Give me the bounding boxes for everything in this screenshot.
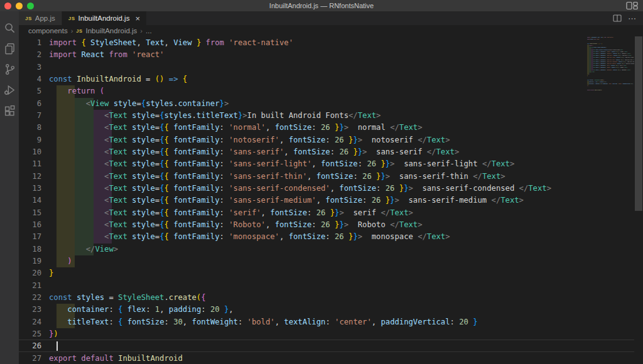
line-number[interactable]: 6 [19, 98, 49, 110]
chevron-right-icon: › [140, 27, 143, 35]
line-number[interactable]: 8 [19, 122, 49, 134]
line-number[interactable]: 11 [19, 158, 49, 170]
code-line[interactable]: 21 [19, 280, 643, 292]
line-number[interactable]: 5 [19, 85, 49, 97]
code-line[interactable]: 15 <Text style={{ fontFamily: 'serif', f… [19, 207, 643, 219]
code-line[interactable]: 3 [19, 62, 643, 73]
js-file-icon: JS [68, 16, 75, 21]
minimap[interactable]: import { StyleSheet, Text, View } from '… [587, 36, 634, 118]
line-number[interactable]: 18 [19, 244, 49, 255]
code-line[interactable]: 23 container: { flex: 1, padding: 20 }, [19, 304, 643, 316]
line-number[interactable]: 7 [19, 110, 49, 122]
line-number[interactable]: 4 [19, 73, 49, 85]
code-line[interactable]: 4const InbuiltAndroid = () => { [19, 73, 643, 85]
code-line[interactable]: 16 <Text style={{ fontFamily: 'Roboto', … [19, 219, 643, 231]
traffic-lights [4, 3, 34, 9]
tab-appjs[interactable]: JS App.js [19, 11, 62, 25]
breadcrumb-item-components[interactable]: components [28, 27, 68, 35]
line-number[interactable]: 9 [19, 134, 49, 146]
code-line[interactable]: 5 return ( [19, 85, 643, 97]
code-line[interactable]: 12 <Text style={{ fontFamily: 'sans-seri… [19, 171, 643, 183]
split-editor-icon[interactable] [613, 14, 622, 22]
activity-bar [0, 11, 19, 364]
more-actions-icon[interactable]: ⋯ [628, 14, 637, 23]
js-file-icon: JS [76, 28, 82, 34]
line-number[interactable]: 3 [19, 62, 49, 73]
run-and-debug-icon[interactable] [0, 80, 19, 100]
code-line[interactable]: 6 <View style={styles.container}> [19, 98, 643, 110]
close-window-button[interactable] [4, 3, 11, 9]
code-line[interactable]: 11 <Text style={{ fontFamily: 'sans-seri… [19, 158, 643, 170]
line-number[interactable]: 21 [19, 280, 49, 292]
line-number[interactable]: 19 [19, 255, 49, 267]
current-line-highlight [19, 340, 634, 351]
code-editor[interactable]: 1import { StyleSheet, Text, View } from … [19, 36, 643, 364]
line-number[interactable]: 12 [19, 171, 49, 183]
tab-inbuiltandroid[interactable]: JS InbuiltAndroid.js × [62, 11, 146, 25]
chevron-right-icon: › [71, 27, 73, 35]
line-number[interactable]: 23 [19, 304, 49, 316]
text-cursor [57, 341, 58, 351]
title-bar: InbuiltAndroid.js — RNfontsNative [0, 0, 643, 11]
code-line[interactable]: 14 <Text style={{ fontFamily: 'sans-seri… [19, 195, 643, 206]
line-number[interactable]: 22 [19, 292, 49, 304]
code-line[interactable]: 8 <Text style={{ fontFamily: 'normal', f… [19, 122, 643, 134]
close-tab-icon[interactable]: × [135, 14, 140, 23]
line-number[interactable]: 15 [19, 207, 49, 219]
line-number[interactable]: 17 [19, 231, 49, 243]
line-number[interactable]: 27 [19, 353, 49, 364]
line-number[interactable]: 13 [19, 183, 49, 195]
scrollbar-thumb[interactable] [635, 36, 642, 211]
breadcrumb: components › JS InbuiltAndroid.js › ... [19, 25, 643, 36]
minimize-window-button[interactable] [16, 3, 23, 9]
breadcrumb-item-file[interactable]: InbuiltAndroid.js [86, 27, 138, 35]
line-number[interactable]: 20 [19, 267, 49, 279]
code-line[interactable]: export default InbuiltAndroid [587, 89, 634, 91]
code-line[interactable]: titleText: { fontSize: 30, fontWeight: '… [587, 83, 634, 85]
code-line[interactable]: 13 <Text style={{ fontFamily: 'sans-seri… [19, 183, 643, 195]
code-line[interactable]: 27export default InbuiltAndroid [19, 353, 643, 364]
code-line[interactable]: 25}) [19, 328, 643, 340]
line-number[interactable]: 24 [19, 316, 49, 328]
search-icon[interactable] [0, 18, 19, 38]
line-number[interactable]: 2 [19, 49, 49, 61]
line-number[interactable]: 1 [19, 37, 49, 49]
window-title: InbuiltAndroid.js — RNfontsNative [0, 2, 643, 9]
code-line[interactable]: 22const styles = StyleSheet.create({ [19, 292, 643, 304]
line-number[interactable]: 14 [19, 195, 49, 206]
line-number[interactable]: 25 [19, 328, 49, 340]
scrollbar[interactable] [634, 36, 643, 364]
code-line[interactable]: 24 titleText: { fontSize: 30, fontWeight… [19, 316, 643, 328]
line-number[interactable]: 10 [19, 146, 49, 158]
code-line[interactable]: 18 </View> [19, 244, 643, 255]
source-control-icon[interactable] [0, 59, 19, 80]
code-line[interactable]: 19 ) [19, 255, 643, 267]
code-line[interactable]: 1import { StyleSheet, Text, View } from … [19, 37, 643, 49]
maximize-window-button[interactable] [27, 3, 34, 9]
code-line[interactable]: 2import React from 'react' [19, 49, 643, 61]
editor-group: JS App.js JS InbuiltAndroid.js × ⋯ [19, 11, 643, 364]
code-line[interactable]: 7 <Text style={styles.titleText}>In buil… [19, 110, 643, 122]
tab-bar: JS App.js JS InbuiltAndroid.js × ⋯ [19, 11, 643, 25]
explorer-files-icon[interactable] [0, 38, 19, 59]
code-line[interactable]: 17 <Text style={{ fontFamily: 'monospace… [19, 231, 643, 243]
tab-label: App.js [35, 14, 55, 22]
code-line[interactable]: 10 <Text style={{ fontFamily: 'sans-seri… [19, 146, 643, 158]
line-number[interactable]: 16 [19, 219, 49, 231]
tab-label: InbuiltAndroid.js [78, 14, 130, 22]
js-file-icon: JS [25, 16, 32, 21]
code-line[interactable]: 20} [19, 267, 643, 279]
vscode-window: InbuiltAndroid.js — RNfontsNative [0, 0, 643, 364]
extensions-icon[interactable] [0, 100, 19, 121]
breadcrumb-item-symbol[interactable]: ... [146, 27, 152, 35]
code-line[interactable]: 9 <Text style={{ fontFamily: 'notoserif'… [19, 134, 643, 146]
customize-layout-icon[interactable] [626, 1, 639, 10]
